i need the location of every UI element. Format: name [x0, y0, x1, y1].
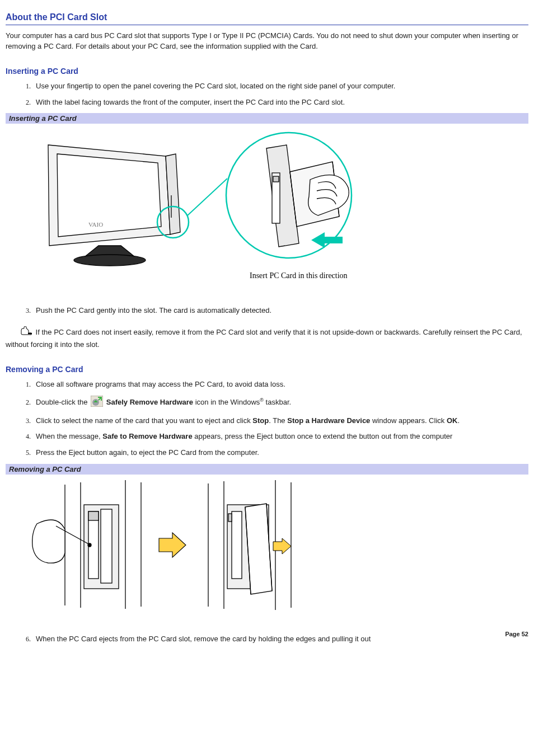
remove-step-6: When the PC Card ejects from the PC Card…: [32, 634, 528, 645]
intro-paragraph: Your computer has a card bus PC Card slo…: [6, 31, 528, 52]
svg-point-0: [74, 255, 146, 266]
insert-step-2: With the label facing towards the front …: [32, 97, 528, 108]
remove-step-1: Close all software programs that may acc…: [32, 379, 528, 390]
figure2-image: [6, 475, 528, 628]
note-hand-icon: [20, 326, 32, 340]
svg-rect-17: [232, 511, 242, 579]
insert-step-1: Use your fingertip to open the panel cov…: [32, 81, 528, 92]
figure1-label: Inserting a PC Card: [6, 113, 528, 124]
figure2-label: Removing a PC Card: [6, 464, 528, 475]
svg-point-15: [88, 543, 91, 547]
section-removing: Removing a PC Card: [6, 365, 528, 374]
page-title: About the PCI Card Slot: [6, 12, 528, 25]
svg-rect-7: [273, 176, 279, 182]
figure1-caption-text: Insert PC Card in this direction: [250, 271, 348, 280]
svg-line-4: [188, 179, 227, 215]
safely-remove-hardware-icon: [91, 396, 103, 410]
page-number: Page 52: [505, 631, 528, 637]
remove-step-4: When the message, Safe to Remove Hardwar…: [32, 431, 528, 442]
svg-rect-13: [88, 511, 99, 520]
insert-step-3: Push the PC Card gently into the slot. T…: [32, 306, 528, 316]
section-inserting: Inserting a PC Card: [6, 67, 528, 76]
remove-step-3: Click to select the name of the card tha…: [32, 416, 528, 426]
remove-step-2: Double-click the Safely Remove Hardware …: [32, 396, 528, 410]
svg-rect-14: [101, 509, 112, 583]
remove-step-5: Press the Eject button again, to eject t…: [32, 448, 528, 458]
svg-rect-18: [228, 514, 232, 522]
note-paragraph: If the PC Card does not insert easily, r…: [6, 326, 528, 350]
figure1-image: VAIO Insert PC Card in this direction: [6, 124, 528, 300]
svg-text:VAIO: VAIO: [88, 221, 103, 228]
